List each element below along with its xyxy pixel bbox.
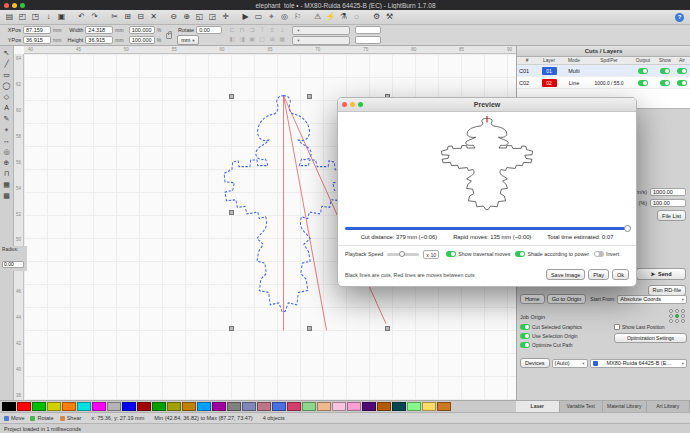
toggle-switch[interactable] (594, 251, 604, 257)
layer-color-chip[interactable]: 01 (542, 67, 557, 75)
output-toggle[interactable] (638, 80, 648, 86)
air-toggle[interactable] (677, 68, 687, 74)
selection-handle-sw[interactable] (229, 326, 234, 331)
palette-color-swatch[interactable] (332, 402, 346, 411)
palette-color-swatch[interactable] (32, 402, 46, 411)
polygon-tool-icon[interactable]: ◇ (1, 92, 13, 102)
ungroup-icon[interactable]: ▢ (257, 35, 267, 44)
selection-handle-nw[interactable] (229, 94, 234, 99)
job-origin-dot[interactable] (681, 314, 685, 318)
layer-color-chip[interactable]: 02 (542, 79, 557, 87)
line-tool-icon[interactable]: ╱ (1, 59, 13, 69)
tab-material-library[interactable]: Material Library (603, 401, 647, 412)
new-file-icon[interactable]: ▤ (3, 10, 16, 24)
frame-icon[interactable]: ⚐ (291, 10, 304, 24)
show-last-position-checkbox[interactable] (614, 324, 620, 330)
toggle-switch[interactable] (520, 324, 530, 330)
power-field[interactable]: 100.00 (650, 199, 686, 207)
mirror-v-icon[interactable]: ▦ (277, 35, 287, 44)
cut-speed-field[interactable] (355, 26, 381, 34)
selection-handle-w[interactable] (229, 210, 234, 215)
help-icon[interactable]: ? (675, 13, 684, 22)
toggle-switch[interactable] (515, 251, 525, 257)
job-origin-dot[interactable] (681, 319, 685, 323)
show-toggle[interactable] (660, 68, 670, 74)
height-input[interactable] (85, 36, 113, 44)
selection-handle-n[interactable] (307, 94, 312, 99)
job-origin-dot[interactable] (681, 309, 685, 313)
palette-color-swatch[interactable] (92, 402, 106, 411)
boolean-tool-icon[interactable]: ⊓ (1, 169, 13, 179)
align-center-h-icon[interactable]: ⊓ (237, 26, 247, 35)
air-toggle[interactable] (677, 80, 687, 86)
warning-icon[interactable]: ⚠ (311, 10, 324, 24)
zoom-in-icon[interactable]: ⊕ (180, 10, 193, 24)
ypos-input[interactable] (23, 36, 51, 44)
settings-icon[interactable]: ⚙ (370, 10, 383, 24)
palette-color-swatch[interactable] (317, 402, 331, 411)
cut-power-field[interactable] (355, 36, 381, 44)
job-origin-dot[interactable] (669, 314, 673, 318)
job-origin-dot[interactable] (669, 319, 673, 323)
save-image-button[interactable]: Save Image (546, 269, 585, 280)
select-tool-icon[interactable]: ↖ (1, 48, 13, 58)
import-icon[interactable]: ↓ (42, 10, 55, 24)
units-button[interactable]: mm (177, 35, 198, 45)
toggle-switch[interactable] (446, 251, 456, 257)
tab-art-library[interactable]: Art Library (647, 401, 690, 412)
mirror-h-icon[interactable]: ⊞ (267, 35, 277, 44)
laser-pointer-icon[interactable]: ◌ (350, 10, 363, 24)
speed-slider-handle[interactable] (399, 251, 405, 257)
palette-color-swatch[interactable] (167, 402, 181, 411)
goto-origin-button[interactable]: Go to Origin (547, 294, 587, 304)
playback-speed-slider[interactable] (387, 253, 419, 256)
scale-y-input[interactable] (129, 36, 155, 44)
frame-selection-icon[interactable]: ◱ (193, 10, 206, 24)
job-origin-dot[interactable] (669, 309, 673, 313)
distribute-v-icon[interactable]: ◨ (237, 35, 247, 44)
palette-color-swatch[interactable] (227, 402, 241, 411)
radius-input[interactable] (2, 261, 24, 268)
cut-material-dropdown[interactable] (292, 36, 350, 45)
play-button[interactable]: Play (588, 269, 609, 280)
output-toggle[interactable] (638, 68, 648, 74)
palette-color-swatch[interactable] (437, 402, 451, 411)
palette-color-swatch[interactable] (362, 402, 376, 411)
palette-color-swatch[interactable] (122, 402, 136, 411)
timeline-handle[interactable] (624, 225, 631, 232)
palette-color-swatch[interactable] (152, 402, 166, 411)
tab-variable-text[interactable]: Variable Text (560, 401, 604, 412)
palette-color-swatch[interactable] (107, 402, 121, 411)
job-origin-dot[interactable] (675, 314, 679, 318)
align-right-icon[interactable]: ⊐ (247, 26, 257, 35)
palette-color-swatch[interactable] (62, 402, 76, 411)
job-origin-dot[interactable] (675, 319, 679, 323)
palette-color-swatch[interactable] (47, 402, 61, 411)
palette-color-swatch[interactable] (77, 402, 91, 411)
delete-icon[interactable]: ✕ (147, 10, 160, 24)
paste-icon[interactable]: ⊟ (134, 10, 147, 24)
capture-icon[interactable]: ▣ (55, 10, 68, 24)
palette-color-swatch[interactable] (197, 402, 211, 411)
layer-row[interactable]: C0202Line1000.0 / 55.0 (517, 77, 690, 89)
trace-tool-icon[interactable]: ▩ (1, 191, 13, 201)
offset-tool-icon[interactable]: ◎ (1, 147, 13, 157)
xpos-input[interactable] (23, 26, 51, 34)
open-file-icon[interactable]: ◰ (16, 10, 29, 24)
cut-mode-dropdown[interactable] (292, 26, 350, 35)
undo-icon[interactable]: ↶ (75, 10, 88, 24)
palette-color-swatch[interactable] (422, 402, 436, 411)
weld-tool-icon[interactable]: ⊕ (1, 158, 13, 168)
rotate-input[interactable] (196, 26, 222, 34)
material-test-icon[interactable]: ⚗ (337, 10, 350, 24)
palette-color-swatch[interactable] (182, 402, 196, 411)
cut-icon[interactable]: ✂ (108, 10, 121, 24)
palette-color-swatch[interactable] (17, 402, 31, 411)
close-window-button[interactable] (4, 3, 9, 8)
screen-icon[interactable]: ▭ (252, 10, 265, 24)
speed-field[interactable]: 1000.00 (650, 188, 686, 196)
selection-handle-se[interactable] (385, 326, 390, 331)
set-origin-icon[interactable]: ◎ (278, 10, 291, 24)
node-edit-tool-icon[interactable]: ✎ (1, 114, 13, 124)
save-file-icon[interactable]: ◳ (29, 10, 42, 24)
